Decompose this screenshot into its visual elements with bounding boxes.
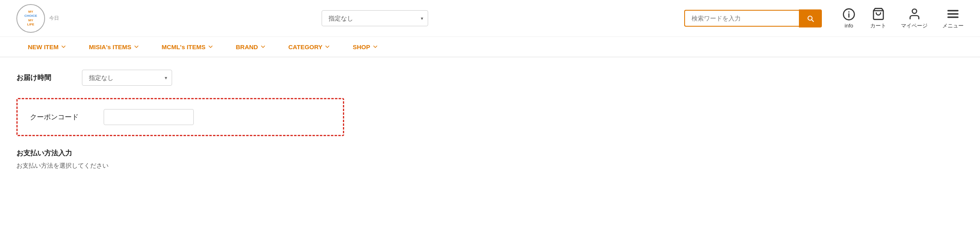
- mypage-icon: [908, 7, 921, 20]
- nav-mcml-items[interactable]: MCML's ITEMS: [150, 37, 225, 57]
- nav-brand-chevron: [261, 44, 265, 49]
- nav-category-chevron: [325, 44, 330, 49]
- nav-shop[interactable]: SHOP: [341, 37, 389, 57]
- header-select-wrapper: 指定なし ▾: [322, 10, 428, 26]
- nav-misia-chevron: [134, 44, 139, 49]
- nav-new-item-chevron: [61, 44, 66, 49]
- info-icon-item[interactable]: info: [842, 8, 855, 29]
- payment-section: お支払い方法入力 お支払い方法を選択してください: [16, 148, 964, 170]
- menu-icon-item[interactable]: メニュー: [942, 7, 964, 30]
- search-icon: [806, 14, 814, 23]
- coupon-label: クーポンコード: [30, 112, 87, 122]
- info-label: info: [845, 23, 853, 29]
- nav-new-item[interactable]: NEW ITEM: [16, 37, 77, 57]
- header-center: 指定なし ▾: [82, 10, 668, 26]
- date-label: 今日: [49, 15, 59, 22]
- coupon-input[interactable]: [104, 109, 194, 125]
- delivery-label: お届け時間: [16, 73, 66, 82]
- logo-area: MYCHOICEMYLIFE 今日: [16, 4, 82, 33]
- header-icons: info カート マイページ メニュー: [842, 7, 964, 30]
- nav-brand[interactable]: BRAND: [225, 37, 277, 57]
- svg-point-2: [848, 11, 849, 12]
- main-content: お届け時間 指定なし 午前中 14時〜16時 16時〜18時 18時〜20時 1…: [0, 57, 980, 182]
- header-delivery-select[interactable]: 指定なし: [322, 10, 428, 26]
- info-icon: [842, 8, 855, 21]
- payment-subtitle: お支払い方法を選択してください: [16, 162, 964, 170]
- svg-point-4: [912, 9, 916, 14]
- search-button[interactable]: [799, 9, 822, 27]
- delivery-select-wrapper: 指定なし 午前中 14時〜16時 16時〜18時 18時〜20時 19時〜21時…: [82, 70, 172, 86]
- nav-mcml-chevron: [208, 44, 213, 49]
- cart-label: カート: [870, 22, 886, 30]
- nav-shop-chevron: [373, 44, 378, 49]
- menu-label: メニュー: [942, 22, 964, 30]
- nav-bar: NEW ITEM MISIA's ITEMS MCML's ITEMS BRAN…: [0, 37, 980, 57]
- coupon-section: クーポンコード: [16, 98, 344, 136]
- search-area: [684, 9, 822, 27]
- search-input[interactable]: [684, 10, 799, 27]
- payment-title: お支払い方法入力: [16, 148, 964, 158]
- header: MYCHOICEMYLIFE 今日 指定なし ▾ info: [0, 0, 980, 37]
- cart-icon-item[interactable]: カート: [870, 7, 886, 30]
- mypage-icon-item[interactable]: マイページ: [901, 7, 928, 30]
- menu-icon: [946, 7, 960, 20]
- nav-category[interactable]: CATEGORY: [277, 37, 341, 57]
- delivery-select[interactable]: 指定なし 午前中 14時〜16時 16時〜18時 18時〜20時 19時〜21時: [82, 70, 172, 86]
- cart-icon: [872, 7, 885, 20]
- delivery-row: お届け時間 指定なし 午前中 14時〜16時 16時〜18時 18時〜20時 1…: [16, 70, 964, 86]
- nav-misia-items[interactable]: MISIA's ITEMS: [77, 37, 150, 57]
- mypage-label: マイページ: [901, 22, 928, 30]
- site-logo[interactable]: MYCHOICEMYLIFE: [16, 4, 45, 33]
